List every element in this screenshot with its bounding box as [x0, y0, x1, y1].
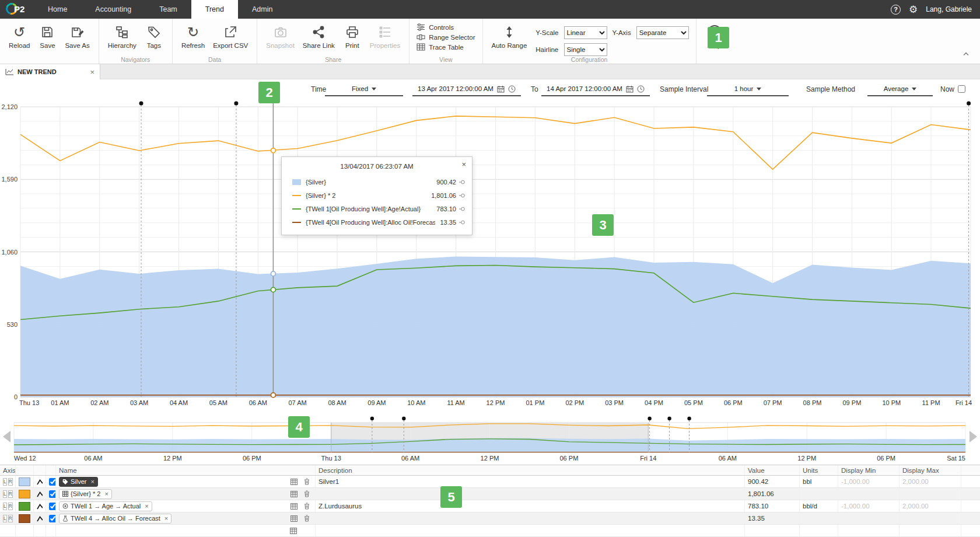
tab-close-icon[interactable]: ×	[90, 68, 94, 76]
sample-interval-dropdown[interactable]: 1 hour	[707, 82, 789, 96]
save-as-button[interactable]: Save As	[61, 22, 93, 51]
save-button[interactable]: Save	[34, 22, 61, 51]
line-style-icon[interactable]	[37, 503, 43, 510]
display-max-cell[interactable]	[900, 512, 961, 524]
nav-item-home[interactable]: Home	[34, 0, 81, 19]
display-min-cell[interactable]	[838, 512, 900, 524]
series-color-swatch[interactable]	[19, 490, 30, 498]
pin-icon[interactable]	[459, 193, 465, 198]
series-visible-checkbox[interactable]	[49, 478, 56, 486]
collapse-ribbon-icon[interactable]	[963, 50, 970, 58]
target-icon	[62, 503, 68, 509]
gear-icon[interactable]: ⚙	[909, 5, 918, 15]
remove-series-icon[interactable]: ×	[145, 503, 148, 510]
main-trend-chart[interactable]: Thu 1301 AM02 AM03 AM04 AM05 AM06 AM07 A…	[0, 99, 980, 413]
delete-row-icon[interactable]	[304, 490, 310, 497]
line-style-icon[interactable]	[37, 490, 43, 498]
tooltip-timestamp: 13/04/2017 06:23:07 AM	[282, 163, 472, 170]
to-date-picker[interactable]: 14 Apr 2017 12:00:00 AM	[541, 82, 650, 96]
y-axis-select[interactable]: Separate	[636, 26, 689, 39]
tags-button[interactable]: Tags	[141, 22, 167, 51]
view-range-selector-toggle[interactable]: Range Selector	[416, 33, 475, 41]
clock-icon[interactable]	[637, 85, 645, 93]
range-scroll-left-icon[interactable]	[3, 431, 10, 442]
user-name[interactable]: Lang, Gabriele	[926, 5, 972, 13]
nav-item-team[interactable]: Team	[145, 0, 191, 19]
display-min-cell[interactable]: -1,000.00	[838, 500, 900, 512]
remove-series-icon[interactable]: ×	[164, 515, 168, 522]
range-selector-chart[interactable]: Wed 1206 AM12 PM06 PMThu 1306 AM12 PM06 …	[0, 413, 980, 466]
calendar-icon[interactable]	[497, 85, 505, 93]
pin-icon[interactable]	[459, 219, 465, 225]
series-chip[interactable]: {Silver} * 2 ×	[59, 489, 112, 499]
svg-text:Thu 13: Thu 13	[321, 455, 341, 462]
axis-left-toggle[interactable]: L	[3, 515, 7, 522]
help-icon[interactable]: ?	[891, 5, 901, 15]
axis-right-toggle[interactable]: R	[8, 503, 13, 510]
line-style-icon[interactable]	[37, 515, 43, 522]
now-checkbox[interactable]	[958, 85, 965, 93]
print-button[interactable]: Print	[339, 22, 366, 51]
view-controls-toggle[interactable]: Controls	[416, 23, 475, 31]
series-visible-checkbox[interactable]	[49, 515, 56, 522]
time-mode-dropdown[interactable]: Fixed	[325, 82, 403, 96]
tooltip-close-icon[interactable]: ×	[461, 160, 466, 169]
trace-grid-icon[interactable]	[290, 503, 298, 510]
series-chip[interactable]: Silver ×	[59, 477, 98, 487]
axis-right-toggle[interactable]: R	[8, 490, 13, 498]
delete-row-icon[interactable]	[304, 515, 310, 522]
axis-left-toggle[interactable]: L	[3, 478, 7, 486]
series-color-swatch[interactable]	[19, 514, 30, 523]
line-style-icon[interactable]	[37, 478, 43, 486]
y-scale-select[interactable]: Linear	[564, 26, 607, 39]
series-color-swatch[interactable]	[19, 502, 30, 511]
trace-grid-icon[interactable]	[290, 491, 298, 497]
hierarchy-button[interactable]: Hierarchy	[104, 22, 141, 51]
range-scroll-right-icon[interactable]	[970, 431, 977, 442]
hairline-select[interactable]: Single	[564, 43, 607, 56]
axis-right-toggle[interactable]: R	[8, 515, 13, 522]
time-label: Time	[311, 85, 326, 93]
delete-row-icon[interactable]	[304, 503, 310, 510]
axis-left-toggle[interactable]: L	[3, 503, 7, 510]
axis-right-toggle[interactable]: R	[8, 478, 13, 486]
display-min-cell[interactable]: -1,000.00	[838, 476, 900, 487]
tab-new-trend[interactable]: NEW TREND ×	[0, 64, 100, 79]
clock-icon[interactable]	[508, 85, 516, 93]
trace-grid-icon[interactable]	[290, 528, 297, 534]
nav-item-accounting[interactable]: Accounting	[81, 0, 145, 19]
tags-label: Tags	[147, 42, 161, 49]
pin-icon[interactable]	[459, 179, 465, 185]
share-link-button[interactable]: Share Link	[299, 22, 339, 51]
refresh-button[interactable]: ↻ Refresh	[177, 22, 209, 51]
view-trace-table-toggle[interactable]: Trace Table	[416, 43, 475, 51]
display-min-cell[interactable]	[838, 488, 900, 500]
series-color-swatch[interactable]	[19, 477, 30, 486]
remove-series-icon[interactable]: ×	[91, 478, 94, 485]
axis-left-toggle[interactable]: L	[3, 490, 7, 498]
series-visible-checkbox[interactable]	[49, 490, 56, 498]
nav-item-trend[interactable]: Trend	[191, 0, 238, 19]
remove-series-icon[interactable]: ×	[104, 490, 108, 497]
sample-method-dropdown[interactable]: Average	[867, 82, 933, 96]
calendar-icon[interactable]	[626, 85, 634, 93]
series-chip[interactable]: TWell 4 → Alloc Oil → Forecast ×	[59, 514, 172, 524]
export-csv-button[interactable]: Export CSV	[209, 22, 252, 51]
pin-icon[interactable]	[459, 206, 465, 212]
svg-text:06 PM: 06 PM	[724, 399, 743, 406]
series-visible-checkbox[interactable]	[49, 503, 56, 510]
series-name: {Silver} * 2	[306, 192, 335, 199]
trace-grid-icon[interactable]	[290, 479, 298, 485]
display-max-cell[interactable]: 2,000.00	[900, 476, 961, 487]
from-date-picker[interactable]: 13 Apr 2017 12:00:00 AM	[412, 82, 521, 96]
display-max-cell[interactable]: 2,000.00	[900, 500, 961, 512]
display-max-cell[interactable]	[900, 488, 961, 500]
nav-item-admin[interactable]: Admin	[238, 0, 286, 19]
reload-button[interactable]: ↺ Reload	[5, 22, 34, 51]
delete-row-icon[interactable]	[304, 478, 310, 485]
auto-range-button[interactable]: Auto Range	[488, 22, 531, 51]
trace-grid-icon[interactable]	[290, 515, 298, 522]
series-chip[interactable]: TWell 1 → Age → Actual ×	[59, 501, 152, 511]
svg-text:12 PM: 12 PM	[487, 399, 505, 406]
hairline-tooltip: × 13/04/2017 06:23:07 AM {Silver} 900.42…	[281, 156, 473, 235]
